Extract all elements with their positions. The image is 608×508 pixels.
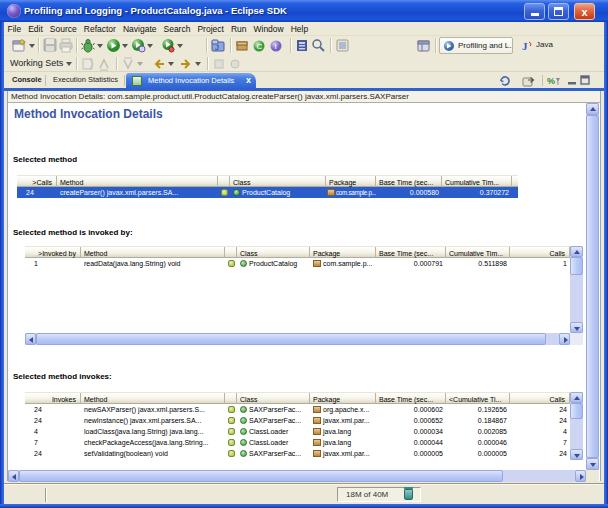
close-button[interactable]: x (574, 3, 595, 20)
column-header[interactable]: Package (326, 176, 376, 187)
column-header[interactable] (225, 247, 237, 258)
scrollbar-thumb[interactable] (19, 470, 503, 482)
scrollbar-button[interactable] (25, 333, 36, 345)
column-header[interactable]: <Cumulative Ti... (446, 393, 510, 404)
column-header[interactable]: Class (230, 176, 326, 187)
run-last-icon[interactable] (161, 38, 176, 53)
column-header[interactable]: Package (310, 393, 376, 404)
scrollbar-button[interactable] (570, 392, 583, 403)
scrollbar-button[interactable] (8, 470, 19, 482)
forward-icon[interactable] (179, 57, 194, 72)
refresh-view-icon[interactable] (498, 74, 512, 87)
tab-method-invocation-details[interactable]: Method Invocation Details x (126, 73, 256, 89)
invoked-by-table-hscrollbar[interactable] (25, 333, 570, 345)
column-header[interactable]: Class (237, 247, 310, 258)
scrollbar-thumb[interactable] (36, 333, 546, 345)
column-header[interactable]: Base Time (sec... (376, 247, 446, 258)
save-icon[interactable] (43, 38, 58, 53)
perspective-profiling-button[interactable]: Profiling and L... (439, 37, 513, 54)
tab-console[interactable]: Console (5, 73, 49, 89)
scrollbar-button[interactable] (570, 246, 583, 257)
menu-search[interactable]: Search (160, 22, 194, 35)
column-header[interactable]: Base Time (sec... (376, 393, 446, 404)
column-header[interactable]: Calls (510, 393, 570, 404)
menu-window[interactable]: Window (250, 22, 287, 35)
view-vscrollbar[interactable] (586, 103, 599, 470)
open-type-icon[interactable] (295, 38, 310, 53)
view-hscrollbar[interactable] (8, 470, 586, 482)
run-dropdown-icon[interactable] (122, 44, 128, 48)
column-header[interactable]: Method (57, 176, 218, 187)
scrollbar-button[interactable] (559, 333, 570, 345)
column-header[interactable]: Cumulative Tim... (446, 247, 510, 258)
run-to-line-icon[interactable] (212, 57, 227, 72)
table-row[interactable]: 4loadClass(java.lang.String) java.lang..… (25, 426, 570, 437)
back-dropdown-icon[interactable] (168, 62, 174, 66)
table-row[interactable]: 24setValidating(boolean) voidSAXParserFa… (25, 448, 570, 459)
scrollbar-thumb[interactable] (570, 257, 583, 275)
forward-dropdown-icon[interactable] (195, 62, 201, 66)
column-header[interactable]: Class (237, 393, 310, 404)
menu-navigate[interactable]: Navigate (119, 22, 160, 35)
column-header[interactable] (225, 393, 237, 404)
run-last-dropdown-icon[interactable] (177, 44, 183, 48)
profile-icon[interactable] (131, 38, 146, 53)
table-row[interactable]: 1readData(java.lang.String) voidProductC… (25, 258, 570, 269)
menu-run[interactable]: Run (227, 22, 250, 35)
filter-icon[interactable]: % (547, 74, 561, 87)
scrollbar-thumb[interactable] (570, 403, 583, 419)
back-icon[interactable] (152, 57, 167, 72)
next-annotation-icon[interactable] (97, 57, 112, 72)
table-row[interactable]: 24newSAXParser() javax.xml.parsers.S...S… (25, 404, 570, 415)
column-header[interactable]: Package (310, 247, 376, 258)
title-bar[interactable]: Profiling and Logging - ProductCatalog.j… (0, 0, 608, 22)
scrollbar-button[interactable] (570, 449, 583, 460)
menu-source[interactable]: Source (46, 22, 80, 35)
column-header[interactable]: Calls (510, 247, 570, 258)
new-wizard-icon[interactable] (12, 38, 27, 53)
debug-dropdown-icon[interactable] (97, 44, 103, 48)
column-header[interactable]: >Invoked by (25, 247, 81, 258)
search-icon[interactable] (311, 38, 326, 53)
new-wizard-dropdown-icon[interactable] (29, 44, 35, 48)
working-sets-button[interactable]: Working Sets (10, 58, 63, 68)
column-header[interactable]: Base Time (sec... (376, 176, 442, 187)
table-row[interactable]: 24newInstance() javax.xml.parsers.SA...S… (25, 415, 570, 426)
scrollbar-button[interactable] (586, 103, 599, 115)
minimize-view-icon[interactable] (565, 74, 579, 87)
last-edit-location-icon[interactable] (81, 57, 96, 72)
tab-close-icon[interactable]: x (246, 75, 251, 85)
new-java-project-icon[interactable]: J (211, 38, 226, 53)
tab-execution-statistics[interactable]: Execution Statistics (46, 73, 125, 89)
annotation-dropdown-icon[interactable] (137, 62, 143, 66)
scrollbar-button[interactable] (575, 470, 586, 482)
print-icon[interactable] (59, 38, 74, 53)
previous-annotation-icon[interactable] (121, 57, 136, 72)
open-perspective-icon[interactable] (417, 39, 432, 54)
garbage-collect-icon[interactable] (404, 489, 413, 500)
column-header[interactable] (218, 176, 230, 187)
column-header[interactable]: >Calls (17, 176, 57, 187)
menu-help[interactable]: Help (287, 22, 311, 35)
menu-edit[interactable]: Edit (25, 22, 47, 35)
invokes-table-vscrollbar[interactable] (570, 392, 583, 460)
export-report-icon[interactable] (522, 74, 536, 87)
new-interface-icon[interactable]: I (269, 38, 284, 53)
scrollbar-button[interactable] (570, 322, 583, 333)
column-header[interactable]: Method (81, 247, 225, 258)
maximize-view-icon[interactable] (578, 74, 592, 87)
column-header[interactable]: Cumulative Tim... (442, 176, 512, 187)
run-icon[interactable] (106, 38, 121, 53)
scrollbar-button[interactable] (586, 458, 599, 470)
maximize-button[interactable] (548, 3, 569, 20)
invoked-by-table-vscrollbar[interactable] (570, 246, 583, 333)
perspective-java-button[interactable]: J Java (518, 37, 558, 54)
table-row[interactable]: 24createParser() javax.xml.parsers.SA...… (17, 187, 518, 198)
menu-project[interactable]: Project (194, 22, 227, 35)
new-class-icon[interactable]: C (252, 38, 267, 53)
menu-file[interactable]: File (4, 22, 25, 35)
menu-refactor[interactable]: Refactor (80, 22, 119, 35)
column-header[interactable]: Method (81, 393, 225, 404)
scrollbar-thumb[interactable] (586, 115, 599, 458)
step-icon[interactable] (228, 57, 243, 72)
